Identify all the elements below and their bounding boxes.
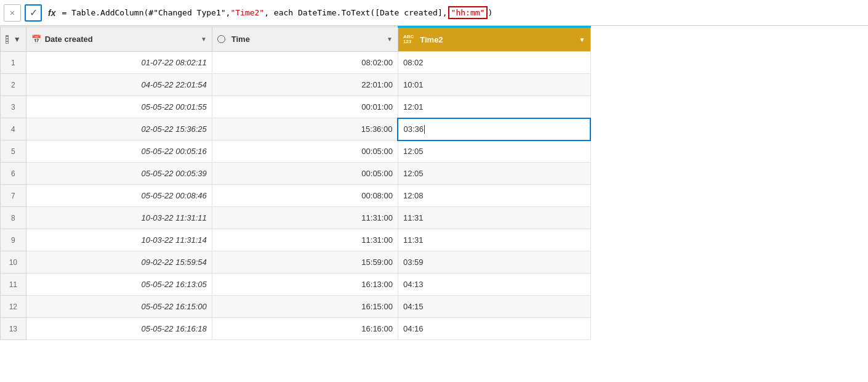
cell-time[interactable]: 00:01:00 bbox=[212, 96, 398, 118]
date-dropdown-icon[interactable]: ▼ bbox=[201, 36, 207, 43]
cell-time2[interactable]: 12:05 bbox=[398, 163, 590, 185]
table-row: 810-03-22 11:31:1111:31:0011:31 bbox=[1, 207, 591, 229]
cell-time2[interactable]: 12:01 bbox=[398, 96, 590, 118]
cell-date[interactable]: 05-05-22 16:13:05 bbox=[26, 274, 212, 296]
time-header-label: Time bbox=[231, 35, 250, 44]
cancel-button[interactable]: × bbox=[4, 4, 21, 22]
cell-date[interactable]: 05-05-22 16:15:00 bbox=[26, 296, 212, 318]
cell-time[interactable]: 16:15:00 bbox=[212, 296, 398, 318]
time2-header-label: Time2 bbox=[420, 35, 443, 44]
col-header-rownum: ▼ bbox=[1, 27, 26, 52]
data-table: ▼ 📅 Date created ▼ Time ▼ bbox=[0, 26, 591, 340]
col-header-time2[interactable]: ABC 123 Time2 ▼ bbox=[398, 27, 590, 52]
formula-suffix: ) bbox=[488, 8, 492, 17]
cell-date[interactable]: 05-05-22 16:16:18 bbox=[26, 318, 212, 340]
cell-time[interactable]: 16:13:00 bbox=[212, 274, 398, 296]
time2-dropdown-icon[interactable]: ▼ bbox=[579, 36, 585, 43]
formula-mid: , each DateTime.ToText([Date created], bbox=[264, 8, 447, 17]
formula-text: = Table.AddColumn(#"Changed Type1", "Tim… bbox=[62, 6, 864, 19]
cell-time2[interactable]: 03:59 bbox=[398, 251, 590, 274]
table-row: 1105-05-22 16:13:0516:13:0004:13 bbox=[1, 274, 591, 296]
cell-date[interactable]: 05-05-22 00:08:46 bbox=[26, 185, 212, 207]
time2-type-icon: ABC 123 bbox=[403, 35, 414, 44]
cell-rownum: 8 bbox=[1, 207, 26, 229]
table-row: 402-05-22 15:36:2515:36:0003:36 bbox=[1, 118, 591, 140]
cell-time[interactable]: 00:08:00 bbox=[212, 185, 398, 207]
cell-rownum: 1 bbox=[1, 52, 26, 74]
cell-rownum: 5 bbox=[1, 140, 26, 163]
formula-bar: × ✓ fx = Table.AddColumn(#"Changed Type1… bbox=[0, 0, 868, 26]
cell-time2[interactable]: 11:31 bbox=[398, 207, 590, 229]
cell-time[interactable]: 00:05:00 bbox=[212, 163, 398, 185]
cell-time[interactable]: 22:01:00 bbox=[212, 74, 398, 96]
cell-time[interactable]: 00:05:00 bbox=[212, 140, 398, 163]
table-container: ▼ 📅 Date created ▼ Time ▼ bbox=[0, 26, 868, 382]
table-header-row: ▼ 📅 Date created ▼ Time ▼ bbox=[1, 27, 591, 52]
cell-date[interactable]: 02-05-22 15:36:25 bbox=[26, 118, 212, 140]
table-row: 605-05-22 00:05:3900:05:0012:05 bbox=[1, 163, 591, 185]
col-header-date[interactable]: 📅 Date created ▼ bbox=[26, 27, 212, 52]
table-row: 910-03-22 11:31:1411:31:0011:31 bbox=[1, 229, 591, 251]
date-header-label: Date created bbox=[45, 35, 93, 44]
cell-time2[interactable]: 08:02 bbox=[398, 52, 590, 74]
cell-rownum: 12 bbox=[1, 296, 26, 318]
cell-time2[interactable]: 12:05 bbox=[398, 140, 590, 163]
cell-rownum: 4 bbox=[1, 118, 26, 140]
cell-rownum: 11 bbox=[1, 274, 26, 296]
formula-col-name: "Time2" bbox=[230, 8, 264, 17]
table-row: 204-05-22 22:01:5422:01:0010:01 bbox=[1, 74, 591, 96]
cell-rownum: 3 bbox=[1, 96, 26, 118]
time-dropdown-icon[interactable]: ▼ bbox=[387, 36, 393, 43]
cell-time[interactable]: 08:02:00 bbox=[212, 52, 398, 74]
cell-rownum: 6 bbox=[1, 163, 26, 185]
cell-time2[interactable]: 04:16 bbox=[398, 318, 590, 340]
cell-time2[interactable]: 10:01 bbox=[398, 74, 590, 96]
cell-rownum: 7 bbox=[1, 185, 26, 207]
cell-date[interactable]: 05-05-22 00:05:39 bbox=[26, 163, 212, 185]
table-row: 505-05-22 00:05:1600:05:0012:05 bbox=[1, 140, 591, 163]
confirm-button[interactable]: ✓ bbox=[25, 4, 42, 22]
cell-date[interactable]: 10-03-22 11:31:11 bbox=[26, 207, 212, 229]
cell-time[interactable]: 15:59:00 bbox=[212, 251, 398, 274]
table-row: 101-07-22 08:02:1108:02:0008:02 bbox=[1, 52, 591, 74]
col-header-time[interactable]: Time ▼ bbox=[212, 27, 398, 52]
formula-format: "hh:mm" bbox=[448, 6, 488, 19]
cell-time[interactable]: 16:16:00 bbox=[212, 318, 398, 340]
text-cursor bbox=[424, 125, 425, 134]
table-row: 705-05-22 00:08:4600:08:0012:08 bbox=[1, 185, 591, 207]
cell-rownum: 13 bbox=[1, 318, 26, 340]
cell-rownum: 2 bbox=[1, 74, 26, 96]
cell-time2[interactable]: 11:31 bbox=[398, 229, 590, 251]
cell-time[interactable]: 15:36:00 bbox=[212, 118, 398, 140]
cell-date[interactable]: 10-03-22 11:31:14 bbox=[26, 229, 212, 251]
table-row: 1205-05-22 16:15:0016:15:0004:15 bbox=[1, 296, 591, 318]
cell-date[interactable]: 05-05-22 00:01:55 bbox=[26, 96, 212, 118]
table-row: 1009-02-22 15:59:5415:59:0003:59 bbox=[1, 251, 591, 274]
cell-time[interactable]: 11:31:00 bbox=[212, 229, 398, 251]
table-icon bbox=[6, 35, 9, 44]
clock-icon bbox=[217, 35, 225, 43]
cell-time2[interactable]: 12:08 bbox=[398, 185, 590, 207]
cell-date[interactable]: 05-05-22 00:05:16 bbox=[26, 140, 212, 163]
cell-time[interactable]: 11:31:00 bbox=[212, 207, 398, 229]
cell-rownum: 10 bbox=[1, 251, 26, 274]
cell-date[interactable]: 01-07-22 08:02:11 bbox=[26, 52, 212, 74]
cell-time2[interactable]: 04:13 bbox=[398, 274, 590, 296]
table-body: 101-07-22 08:02:1108:02:0008:02204-05-22… bbox=[1, 52, 591, 340]
cell-time2[interactable]: 03:36 bbox=[398, 118, 590, 140]
cell-time2[interactable]: 04:15 bbox=[398, 296, 590, 318]
table-row: 1305-05-22 16:16:1816:16:0004:16 bbox=[1, 318, 591, 340]
table-row: 305-05-22 00:01:5500:01:0012:01 bbox=[1, 96, 591, 118]
formula-prefix: = Table.AddColumn(#"Changed Type1", bbox=[62, 8, 230, 17]
cell-date[interactable]: 09-02-22 15:59:54 bbox=[26, 251, 212, 274]
fx-label: fx bbox=[46, 4, 58, 22]
calendar-icon: 📅 bbox=[31, 35, 41, 44]
col-action-icon[interactable]: ▼ bbox=[14, 35, 21, 44]
cell-date[interactable]: 04-05-22 22:01:54 bbox=[26, 74, 212, 96]
cell-rownum: 9 bbox=[1, 229, 26, 251]
